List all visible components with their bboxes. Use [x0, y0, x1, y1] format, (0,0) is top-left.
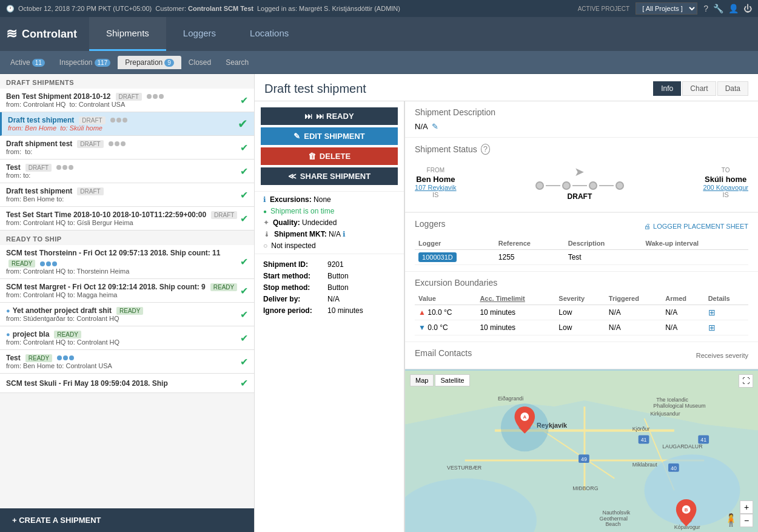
list-item[interactable]: SCM test Margret - Fri Oct 12 09:12:14 2…: [0, 279, 254, 303]
tools-icon[interactable]: 🔧: [713, 4, 723, 13]
sub-tab-inspection[interactable]: Inspection117: [52, 56, 118, 69]
create-shipment-button[interactable]: + CREATE A SHIPMENT: [0, 508, 254, 532]
logged-in: Logged in as: Margrét S. Kristjánsdóttir…: [257, 5, 400, 12]
clock-icon: 🕐: [6, 5, 15, 13]
nav-tab-locations[interactable]: Locations: [233, 17, 306, 51]
exc-details-1[interactable]: ⊞: [705, 305, 748, 320]
fullscreen-button[interactable]: ⛶: [739, 374, 753, 388]
exc-armed-2: N/A: [662, 320, 704, 335]
logger-placement-button[interactable]: 🖨 LOGGER PLACEMENT SHEET: [644, 223, 748, 230]
check-icon: ✔: [240, 377, 248, 389]
content-area: Draft test shipment Info Chart Data ⏭ ⏭ …: [255, 74, 758, 532]
shipment-info: ● project bla READY from: Controlant HQ …: [6, 330, 240, 346]
shipment-info: ● Yet another project draft shit READY f…: [6, 306, 240, 322]
detail-row-deliver: Deliver by: N/A: [263, 295, 395, 303]
to-addr[interactable]: 200 Kópavogur: [703, 184, 748, 191]
active-project-label: ACTIVE PROJECT: [578, 5, 630, 12]
description-section: Shipment Description N/A ✎: [405, 101, 758, 138]
sidebar-scroll: DRAFT SHIPMENTS Ben Test Shipment 2018-1…: [0, 74, 254, 508]
nav-tab-loggers[interactable]: Loggers: [166, 17, 233, 51]
list-item[interactable]: Test Set Start Time 2018-10-10 2018-10-1…: [0, 207, 254, 231]
exc-col-triggered: Triggered: [605, 292, 662, 305]
nav-tab-shipments[interactable]: Shipments: [89, 17, 166, 51]
street-view-control[interactable]: 🧍: [723, 513, 739, 527]
sub-tabs: Active11 Inspection117 Preparation9 Clos…: [0, 51, 758, 74]
logger-id-badge[interactable]: 1000031D: [418, 252, 457, 262]
check-icon: ✔: [240, 213, 248, 224]
map-section: Reykjavík VESTURBÆR LAUGARDALUR MIÐBORG …: [405, 369, 758, 532]
edit-shipment-button[interactable]: ✎ EDIT SHIPMENT: [261, 127, 398, 145]
route-dot-3: [589, 181, 597, 190]
list-item[interactable]: SCM test Thorsteinn - Fri Oct 12 09:57:1…: [0, 245, 254, 279]
svg-text:LAUGARDALUR: LAUGARDALUR: [662, 443, 702, 450]
tab-info[interactable]: Info: [653, 81, 681, 96]
label-shipment-id: Shipment ID:: [263, 260, 324, 269]
col-logger: Logger: [415, 237, 495, 250]
shipment-info: Test READY from: Ben Home to: Controlant…: [6, 354, 240, 369]
svg-text:VESTURBÆR: VESTURBÆR: [447, 464, 481, 470]
pegman-icon[interactable]: 🧍: [723, 513, 739, 527]
zoom-out-button[interactable]: −: [740, 514, 753, 527]
route-status: DRAFT: [568, 192, 592, 201]
user-icon[interactable]: 👤: [728, 4, 739, 13]
datetime: October 12, 2018 7:20 PM PKT (UTC+05:00): [18, 5, 152, 12]
tab-chart[interactable]: Chart: [682, 81, 716, 96]
svg-text:MIÐBORG: MIÐBORG: [572, 485, 598, 491]
sub-tab-active[interactable]: Active11: [3, 56, 52, 69]
svg-text:49: 49: [581, 456, 587, 462]
from-addr[interactable]: 107 Reykjavik: [415, 184, 456, 191]
description-value: N/A ✎: [415, 122, 748, 131]
map-tab-map[interactable]: Map: [410, 374, 434, 386]
list-item[interactable]: Test DRAFT from: to: ✔: [0, 160, 254, 183]
exc-armed-1: N/A: [662, 305, 704, 320]
ready-icon: ⏭: [304, 112, 312, 121]
route-line-3: [599, 185, 614, 186]
sub-tab-preparation[interactable]: Preparation9: [118, 56, 181, 69]
list-item[interactable]: Ben Test Shipment 2018-10-12 DRAFT from:…: [0, 89, 254, 112]
list-item[interactable]: Draft test shipment DRAFT from: Ben Home…: [0, 183, 254, 207]
list-item[interactable]: Draft shipment test DRAFT from: to: ✔: [0, 136, 254, 160]
to-label: TO: [703, 167, 748, 173]
zoom-in-button[interactable]: +: [740, 500, 753, 514]
tag-icon: ✦: [263, 218, 269, 227]
main-layout: DRAFT SHIPMENTS Ben Test Shipment 2018-1…: [0, 74, 758, 532]
receives-severity-label: Receives severity: [696, 352, 748, 359]
status-badge: DRAFT: [25, 164, 52, 172]
list-item[interactable]: ● project bla READY from: Controlant HQ …: [0, 326, 254, 350]
sub-tab-search[interactable]: Search: [218, 56, 256, 69]
ready-section-header: READY TO SHIP: [0, 231, 254, 245]
left-panel: ⏭ ⏭ READY ✎ EDIT SHIPMENT 🗑 DELETE ≪: [255, 101, 404, 532]
power-icon[interactable]: ⏻: [743, 4, 752, 13]
list-item[interactable]: Draft test shipment DRAFT from: Ben Home…: [0, 112, 254, 136]
list-item[interactable]: ● Yet another project draft shit READY f…: [0, 303, 254, 326]
from-label: FROM: [415, 167, 456, 173]
label-deliver-by: Deliver by:: [263, 295, 324, 303]
list-item[interactable]: SCM test Skuli - Fri May 18 09:59:04 201…: [0, 374, 254, 393]
logo-icon: ≋: [6, 26, 17, 42]
content-tabs: Info Chart Data: [653, 81, 748, 96]
table-row: ▼ 0.0 °C 10 minutes Low N/A N/A ⊞: [415, 320, 748, 335]
to-country: IS: [703, 191, 748, 198]
edit-description-icon[interactable]: ✎: [432, 122, 438, 131]
help-icon[interactable]: ?: [703, 4, 708, 13]
tab-data[interactable]: Data: [717, 81, 748, 96]
map-tab-satellite[interactable]: Satellite: [435, 374, 469, 386]
share-shipment-button[interactable]: ≪ SHARE SHIPMENT: [261, 167, 398, 185]
sub-tab-closed[interactable]: Closed: [181, 56, 218, 69]
logger-description: Test: [565, 249, 642, 264]
status-badge: DRAFT: [77, 187, 103, 195]
svg-text:Geothermal: Geothermal: [600, 515, 628, 521]
exc-severity-2: Low: [555, 320, 605, 335]
project-select[interactable]: [ All Projects ]: [636, 2, 697, 15]
shipment-info: Test DRAFT from: to:: [6, 163, 240, 179]
content-body: ⏭ ⏭ READY ✎ EDIT SHIPMENT 🗑 DELETE ≪: [255, 101, 758, 532]
svg-text:Phallological Museum: Phallological Museum: [653, 403, 705, 409]
list-item[interactable]: Test READY from: Ben Home to: Controlant…: [0, 350, 254, 374]
status-help-icon[interactable]: ?: [481, 144, 490, 155]
delete-button[interactable]: 🗑 DELETE: [261, 147, 398, 165]
route-line-1: [546, 185, 560, 186]
svg-text:Kjörður: Kjörður: [632, 425, 650, 431]
ready-button[interactable]: ⏭ ⏭ READY: [261, 107, 398, 125]
description-title: Shipment Description: [415, 107, 748, 117]
exc-details-2[interactable]: ⊞: [705, 320, 748, 335]
